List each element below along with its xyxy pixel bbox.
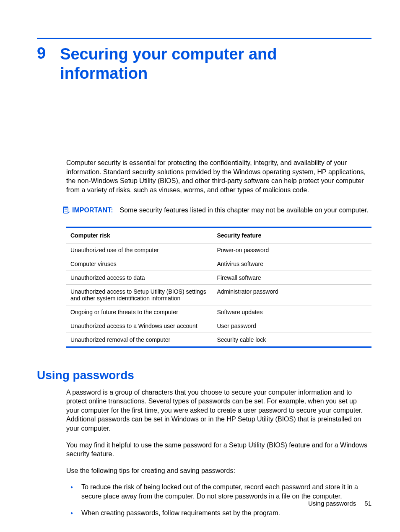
cell-feature: Firewall software	[213, 271, 371, 284]
cell-risk: Unauthorized access to data	[66, 271, 213, 284]
cell-risk: Unauthorized access to a Windows user ac…	[66, 319, 213, 333]
security-table-wrap: Computer risk Security feature Unauthori…	[66, 227, 371, 348]
cell-feature: Software updates	[213, 305, 371, 319]
page: 9 Securing your computer and information…	[0, 0, 400, 532]
list-item: When creating passwords, follow requirem…	[66, 509, 371, 518]
table-row: Unauthorized access to a Windows user ac…	[66, 319, 371, 333]
top-rule	[37, 38, 371, 39]
note-text: Some security features listed in this ch…	[119, 207, 368, 214]
cell-feature: Security cable lock	[213, 333, 371, 347]
table-header-row: Computer risk Security feature	[66, 227, 371, 243]
cell-risk: Unauthorized use of the computer	[66, 243, 213, 257]
table-row: Unauthorized removal of the computer Sec…	[66, 333, 371, 347]
cell-risk: Ongoing or future threats to the compute…	[66, 305, 213, 319]
table-row: Computer viruses Antivirus software	[66, 257, 371, 271]
svg-rect-0	[63, 207, 68, 213]
cell-feature: Antivirus software	[213, 257, 371, 271]
table-row: Unauthorized access to Setup Utility (BI…	[66, 284, 371, 305]
section-p1: A password is a group of characters that…	[66, 388, 371, 433]
security-table: Computer risk Security feature Unauthori…	[66, 227, 371, 348]
important-note: IMPORTANT: Some security features listed…	[62, 207, 371, 215]
section-p3: Use the following tips for creating and …	[66, 466, 371, 475]
cell-risk: Computer viruses	[66, 257, 213, 271]
page-footer: Using passwords 51	[308, 500, 371, 507]
chapter-title: Securing your computer and information	[60, 45, 362, 83]
note-icon	[62, 207, 70, 215]
intro-block: Computer security is essential for prote…	[66, 158, 371, 194]
footer-page-number: 51	[364, 500, 371, 507]
cell-feature: Administrator password	[213, 284, 371, 305]
intro-paragraph: Computer security is essential for prote…	[66, 158, 371, 194]
section-body: A password is a group of characters that…	[66, 388, 371, 518]
cell-risk: Unauthorized access to Setup Utility (BI…	[66, 284, 213, 305]
section-title: Using passwords	[37, 369, 371, 382]
cell-feature: Power-on password	[213, 243, 371, 257]
table-row: Ongoing or future threats to the compute…	[66, 305, 371, 319]
header-risk: Computer risk	[66, 227, 213, 243]
list-item: To reduce the risk of being locked out o…	[66, 483, 371, 501]
cell-risk: Unauthorized removal of the computer	[66, 333, 213, 347]
chapter-number: 9	[37, 45, 46, 62]
cell-feature: User password	[213, 319, 371, 333]
note-label: IMPORTANT:	[72, 207, 113, 214]
header-feature: Security feature	[213, 227, 371, 243]
table-row: Unauthorized access to data Firewall sof…	[66, 271, 371, 284]
section-p2: You may find it helpful to use the same …	[66, 441, 371, 459]
chapter-heading: 9 Securing your computer and information	[37, 45, 371, 83]
table-row: Unauthorized use of the computer Power-o…	[66, 243, 371, 257]
footer-label: Using passwords	[308, 500, 356, 507]
